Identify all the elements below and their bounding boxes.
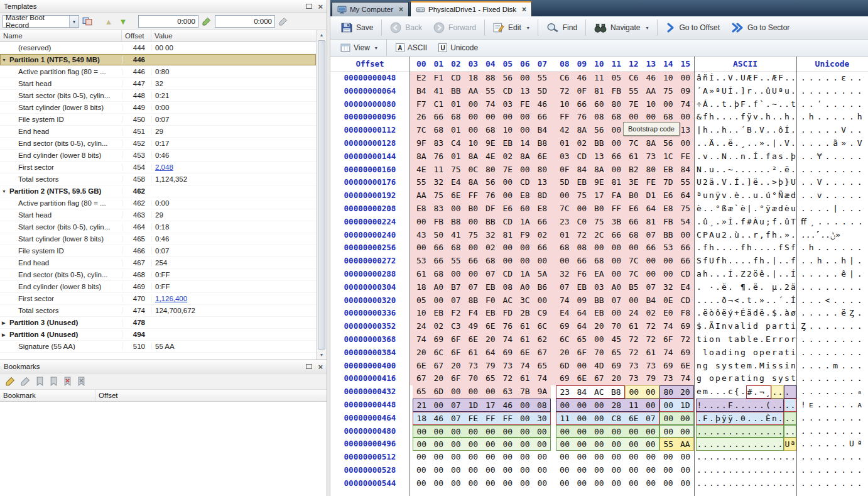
previous-field-button[interactable]: ▲ xyxy=(102,15,115,28)
hex-byte[interactable]: 68 xyxy=(556,241,573,255)
ascii-text[interactable]: ................ xyxy=(694,451,796,464)
hex-byte[interactable]: 00 xyxy=(590,425,608,438)
hex-byte[interactable]: 17 xyxy=(482,399,499,412)
hex-byte[interactable]: 68 xyxy=(608,111,626,124)
close-panel-icon[interactable]: × xyxy=(318,3,323,10)
template-row[interactable]: Start cylinder (lower 8 bits)4650:46 xyxy=(0,233,316,245)
hex-byte[interactable]: 79 xyxy=(643,372,660,385)
hex-byte[interactable]: FF xyxy=(608,202,626,216)
unicode-text[interactable]: ...˹..ݨ» xyxy=(796,229,868,242)
hex-byte[interactable]: 00 xyxy=(516,425,534,438)
hex-byte[interactable]: C6 xyxy=(625,72,643,85)
hex-byte[interactable]: FD xyxy=(499,307,517,320)
hex-byte[interactable]: 72 xyxy=(499,372,517,385)
hex-byte[interactable]: 05 xyxy=(413,294,430,307)
hex-byte[interactable]: 00 xyxy=(608,124,626,137)
hex-byte[interactable]: 00 xyxy=(590,333,608,346)
hex-byte[interactable]: 69 xyxy=(659,360,677,373)
hex-byte[interactable]: 24 xyxy=(413,320,430,333)
hex-byte[interactable]: 6E xyxy=(482,320,499,333)
hex-byte[interactable]: 53 xyxy=(413,255,430,268)
hex-byte[interactable]: 00 xyxy=(608,451,626,464)
hex-byte[interactable]: 00 xyxy=(516,241,534,255)
hex-byte[interactable]: 7E xyxy=(625,98,643,111)
template-row[interactable]: File system ID4500:07 xyxy=(0,114,316,126)
hex-byte[interactable]: 00 xyxy=(413,464,430,477)
hex-byte[interactable]: 00 xyxy=(430,425,448,438)
hex-byte[interactable]: BB xyxy=(447,85,465,98)
hex-byte[interactable]: 00 xyxy=(556,255,573,268)
hex-byte[interactable]: 00 xyxy=(516,412,534,425)
hex-byte[interactable]: 00 xyxy=(677,425,695,438)
hex-byte[interactable]: B5 xyxy=(625,281,643,294)
hex-byte[interactable]: 8B xyxy=(465,294,482,307)
ascii-text[interactable]: U2ä.V.Í.]ë..>þ}U xyxy=(694,176,796,189)
hex-byte[interactable]: 66 xyxy=(573,98,591,111)
hex-byte[interactable]: 8A xyxy=(516,150,534,163)
unicode-text[interactable]: ....ȁ».V xyxy=(796,137,868,150)
hex-byte[interactable]: 4E xyxy=(482,150,499,163)
hex-byte[interactable]: 00 xyxy=(556,438,573,451)
templates-scrollbar[interactable]: ▲ ▼ xyxy=(316,30,327,360)
back-button[interactable]: Back xyxy=(384,19,428,36)
hex-byte[interactable]: 00 xyxy=(413,438,430,451)
hex-byte[interactable]: 00 xyxy=(534,438,551,451)
hex-byte[interactable]: 00 xyxy=(430,451,448,464)
hex-byte[interactable]: 00 xyxy=(534,294,551,307)
hex-byte[interactable]: 13 xyxy=(590,150,608,163)
hex-byte[interactable]: 1D xyxy=(677,399,695,412)
hex-byte[interactable]: 00 xyxy=(430,477,448,490)
template-row[interactable]: ▼Partition 1 (NTFS, 549 MB)446 xyxy=(0,54,316,66)
hex-byte[interactable]: 23 xyxy=(556,385,573,399)
hex-byte[interactable]: 00 xyxy=(643,477,660,490)
ascii-text[interactable]: &fh....fÿv.h..h. xyxy=(694,111,796,124)
hex-byte[interactable]: 00 xyxy=(499,176,517,189)
hex-byte[interactable]: DF xyxy=(482,202,499,216)
hex-byte[interactable]: FB xyxy=(659,216,677,229)
hex-byte[interactable]: 81 xyxy=(643,216,660,229)
hex-byte[interactable]: FF xyxy=(465,189,482,202)
hex-byte[interactable]: 00 xyxy=(556,451,573,464)
hex-byte[interactable]: 00 xyxy=(465,98,482,111)
hex-byte[interactable]: 68 xyxy=(482,124,499,137)
hex-byte[interactable]: CD xyxy=(677,268,695,281)
ascii-text[interactable]: SfUfh....fh.|..f xyxy=(694,255,796,268)
hex-byte[interactable]: C0 xyxy=(573,216,591,229)
collapse-arrow-icon[interactable]: ▼ xyxy=(2,189,6,194)
hex-byte[interactable]: 69 xyxy=(608,360,626,373)
hex-byte[interactable]: 69 xyxy=(677,346,695,360)
hex-byte[interactable]: AC xyxy=(590,385,608,399)
hex-byte[interactable]: A0 xyxy=(516,281,534,294)
hex-byte[interactable]: 55 xyxy=(447,255,465,268)
hex-byte[interactable]: 01 xyxy=(447,124,465,137)
hex-byte[interactable]: 00 xyxy=(608,425,626,438)
hex-byte[interactable]: 0F xyxy=(556,163,573,177)
hex-byte[interactable]: 20 xyxy=(677,385,695,399)
hex-byte[interactable]: 8A xyxy=(465,176,482,189)
hex-byte[interactable]: 80 xyxy=(534,163,551,177)
hex-byte[interactable]: 00 xyxy=(608,477,626,490)
template-row[interactable]: End cylinder (lower 8 bits)4530:46 xyxy=(0,150,316,162)
ascii-text[interactable]: ................ xyxy=(694,477,796,490)
hex-byte[interactable]: 00 xyxy=(608,137,626,150)
hex-byte[interactable]: CD xyxy=(573,150,591,163)
hex-byte[interactable]: EB xyxy=(573,176,591,189)
hex-byte[interactable]: F4 xyxy=(465,307,482,320)
hex-byte[interactable]: 01 xyxy=(556,229,573,242)
hex-byte[interactable]: 61 xyxy=(413,268,430,281)
hex-byte[interactable]: 66 xyxy=(677,255,695,268)
hex-byte[interactable]: 09 xyxy=(573,294,591,307)
hex-byte[interactable]: 8A xyxy=(590,163,608,177)
hex-byte[interactable]: 00 xyxy=(659,399,677,412)
unicode-text[interactable]: ......Uª xyxy=(796,438,868,451)
hex-byte[interactable]: 7C xyxy=(413,124,430,137)
hex-byte[interactable]: 56 xyxy=(659,137,677,150)
hex-byte[interactable]: 00 xyxy=(643,464,660,477)
bookmarks-list[interactable] xyxy=(0,402,327,496)
hex-byte[interactable]: AA xyxy=(677,438,695,451)
hex-byte[interactable]: 7C xyxy=(625,137,643,150)
hex-byte[interactable]: 6E xyxy=(447,189,465,202)
hex-byte[interactable]: 05 xyxy=(608,72,626,85)
template-manager-button[interactable] xyxy=(81,15,94,28)
hex-byte[interactable]: 61 xyxy=(516,320,534,333)
